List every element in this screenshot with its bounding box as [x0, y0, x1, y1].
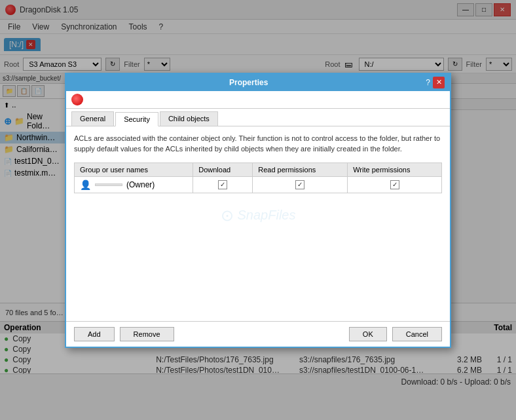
- snapfiles-logo-text: SnapFiles: [238, 208, 296, 223]
- modal-body: ACLs are associated with the container o…: [66, 126, 450, 321]
- remove-button[interactable]: Remove: [120, 327, 174, 341]
- modal-footer: Add Remove OK Cancel: [66, 321, 450, 347]
- user-icon: 👤: [80, 180, 91, 190]
- modal-icon-bar: [66, 91, 450, 109]
- user-cell: 👤 (Owner): [80, 180, 187, 190]
- cancel-button[interactable]: Cancel: [392, 327, 442, 341]
- modal-tabs: General Security Child objects: [66, 109, 450, 126]
- write-checkbox[interactable]: [390, 180, 399, 189]
- modal-title: Properties: [229, 78, 268, 87]
- read-checkbox[interactable]: [295, 180, 304, 189]
- modal-description: ACLs are associated with the container o…: [74, 133, 442, 155]
- modal-watermark: ⊙ SnapFiles: [74, 193, 442, 238]
- col-write: Write permissions: [348, 162, 442, 176]
- modal-app-icon: [71, 94, 83, 105]
- download-checkbox[interactable]: [218, 180, 227, 189]
- table-row: 👤 (Owner): [75, 176, 442, 193]
- modal-title-bar: Properties ? ✕: [66, 74, 450, 91]
- modal-footer-left: Add Remove: [74, 327, 174, 341]
- col-read: Read permissions: [253, 162, 348, 176]
- tab-general[interactable]: General: [71, 111, 114, 126]
- modal-footer-right: OK Cancel: [349, 327, 442, 341]
- properties-modal: Properties ? ✕ General Security Child ob…: [65, 73, 451, 348]
- tab-security[interactable]: Security: [115, 112, 158, 126]
- user-name-bar: [95, 183, 122, 186]
- modal-overlay: Properties ? ✕ General Security Child ob…: [0, 0, 516, 420]
- modal-close-button[interactable]: ✕: [433, 77, 445, 88]
- owner-label: (Owner): [126, 180, 155, 189]
- modal-title-right: ? ✕: [426, 77, 445, 88]
- modal-help-button[interactable]: ?: [426, 78, 430, 87]
- tab-child-objects[interactable]: Child objects: [160, 111, 218, 126]
- ok-button[interactable]: OK: [349, 327, 387, 341]
- add-button[interactable]: Add: [74, 327, 115, 341]
- permissions-table: Group or user names Download Read permis…: [74, 162, 442, 193]
- snapfiles-logo-icon: ⊙: [221, 206, 234, 225]
- col-user: Group or user names: [75, 162, 193, 176]
- col-download: Download: [193, 162, 253, 176]
